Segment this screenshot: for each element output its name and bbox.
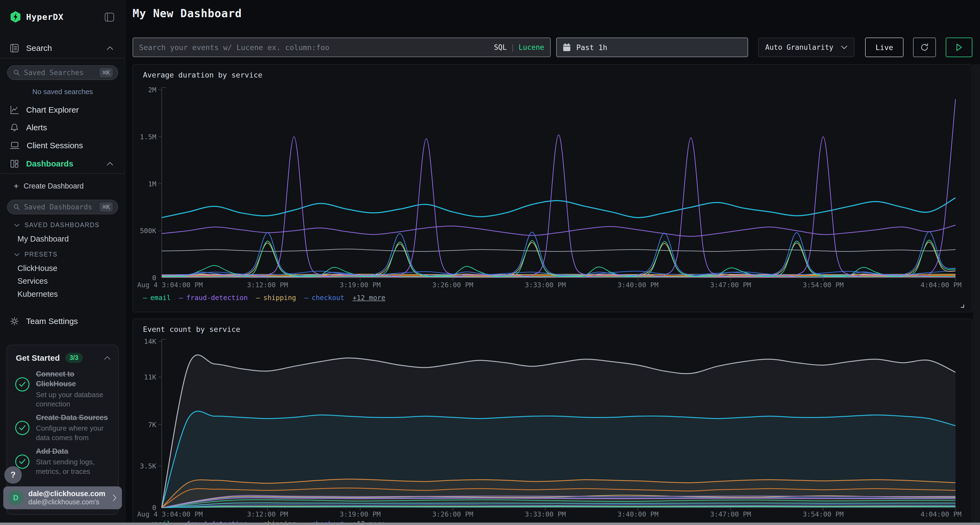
chart-legend: —email—fraud-detection—shipping—checkout… [143, 294, 385, 302]
live-button[interactable]: Live [865, 38, 904, 57]
divider [0, 58, 125, 59]
get-started-title: Get Started [16, 353, 60, 363]
svg-text:3:40:00 PM: 3:40:00 PM [617, 510, 659, 518]
shortcut-badge: ⌘K [100, 68, 113, 77]
sidebar-item-chart-explorer[interactable]: Chart Explorer [0, 101, 125, 119]
saved-dashboards-section-header[interactable]: SAVED DASHBOARDS [14, 221, 100, 229]
legend-item[interactable]: —email [143, 294, 171, 302]
sidebar-item-search[interactable]: Search [0, 40, 125, 57]
legend-item[interactable]: —shipping [256, 294, 296, 302]
legend-more-link[interactable]: +12 more [353, 294, 385, 302]
lucene-mode-toggle[interactable]: Lucene [519, 43, 544, 51]
svg-text:0: 0 [152, 274, 156, 282]
brand: HyperDX [10, 11, 64, 23]
panel-collapse-icon [105, 13, 115, 22]
section-title: PRESETS [24, 251, 57, 258]
get-started-item-title[interactable]: Connect to ClickHouse [36, 369, 99, 389]
brand-name: HyperDX [26, 12, 64, 22]
time-range-value: Past 1h [576, 43, 607, 52]
check-circle-icon [15, 421, 29, 435]
get-started-item: Create Data SourcesConfigure where your … [15, 412, 113, 442]
sidebar-item-alerts[interactable]: Alerts [0, 119, 125, 136]
get-started-item: Add DataStart sending logs, metrics, or … [15, 446, 113, 476]
svg-text:14K: 14K [144, 338, 156, 346]
refresh-icon [920, 43, 929, 52]
svg-text:1M: 1M [148, 180, 156, 188]
sidebar-collapse-button[interactable] [105, 13, 115, 23]
svg-text:3:33:00 PM: 3:33:00 PM [525, 510, 566, 518]
user-org: dale@clickhouse.com's [28, 498, 107, 506]
panel-resize-handle[interactable] [959, 303, 965, 308]
legend-item[interactable]: —fraud-detection [179, 294, 248, 302]
refresh-button[interactable] [913, 38, 936, 57]
saved-searches-input[interactable]: ⌘K [7, 65, 118, 80]
dashboards-icon [10, 159, 19, 168]
saved-dashboards-input[interactable]: ⌘K [7, 200, 118, 214]
average-duration-chart[interactable]: 2M1.5M1M500K0Aug 4 3:04:00 PM3:12:00 PM3… [133, 65, 972, 312]
divider [0, 173, 125, 174]
shortcut-badge: ⌘K [100, 202, 113, 212]
sidebar-item-dashboards[interactable]: Dashboards [0, 155, 125, 173]
page-title: My New Dashboard [132, 7, 242, 20]
create-dashboard-button[interactable]: + Create Dashboard [14, 181, 84, 191]
bell-icon [10, 123, 19, 132]
user-email: dale@clickhouse.com [28, 490, 107, 498]
sql-mode-toggle[interactable]: SQL [494, 43, 507, 51]
event-search-input[interactable] [139, 43, 490, 52]
sidebar-link-services[interactable]: Services [18, 277, 48, 285]
user-account-chip[interactable]: D dale@clickhouse.com dale@clickhouse.co… [3, 486, 122, 509]
sidebar-item-team-settings[interactable]: Team Settings [0, 312, 125, 330]
chevron-down-icon [14, 224, 20, 227]
sidebar-item-label: Chart Explorer [26, 105, 79, 114]
chevron-up-icon [107, 162, 113, 166]
no-saved-searches-text: No saved searches [0, 87, 125, 96]
get-started-item-title[interactable]: Add Data [36, 446, 68, 456]
svg-text:3:26:00 PM: 3:26:00 PM [432, 281, 473, 289]
chevron-up-icon [104, 356, 111, 360]
sidebar-item-label: Search [26, 43, 52, 53]
event-count-chart[interactable]: 14K11K7K3.5K0Aug 4 3:04:00 PM3:12:00 PM3… [133, 319, 972, 525]
saved-dashboards-field[interactable] [24, 203, 96, 211]
presets-section-header[interactable]: PRESETS [14, 251, 57, 258]
legend-dash-icon: — [256, 294, 260, 302]
time-range-picker[interactable]: Past 1h [556, 38, 748, 57]
question-mark-icon: ? [11, 470, 16, 480]
get-started-item-desc: Start sending logs, metrics, or traces [36, 457, 110, 476]
sidebar-link-kubernetes[interactable]: Kubernetes [18, 290, 58, 299]
svg-text:4:04:00 PM: 4:04:00 PM [920, 281, 961, 289]
get-started-item-title[interactable]: Create Data Sources [36, 412, 108, 422]
get-started-header[interactable]: Get Started 3/3 [16, 353, 111, 363]
get-started-item: Connect to ClickHouseSet up your databas… [15, 369, 113, 409]
horizontal-scrollbar[interactable] [0, 523, 980, 525]
chevron-down-icon [14, 253, 20, 256]
get-started-item-desc: Set up your database connection [36, 390, 110, 409]
sidebar-link-clickhouse[interactable]: ClickHouse [18, 264, 57, 273]
legend-dash-icon: — [304, 294, 309, 302]
avatar: D [8, 490, 24, 505]
granularity-select[interactable]: Auto Granularity [758, 38, 854, 57]
live-label: Live [875, 43, 893, 52]
vertical-scrollbar[interactable] [973, 64, 980, 525]
svg-text:3:40:00 PM: 3:40:00 PM [617, 281, 659, 289]
sidebar-item-client-sessions[interactable]: Client Sessions [0, 137, 125, 154]
svg-text:3:54:00 PM: 3:54:00 PM [803, 281, 844, 289]
chevron-down-icon [841, 45, 848, 49]
get-started-item-desc: Configure where your data comes from [36, 423, 110, 442]
chart-explorer-icon [10, 105, 19, 114]
svg-text:11K: 11K [144, 373, 156, 381]
search-icon [13, 203, 20, 211]
svg-text:3:47:00 PM: 3:47:00 PM [710, 510, 751, 518]
event-search-bar[interactable]: SQL | Lucene [132, 38, 551, 57]
run-query-button[interactable] [946, 38, 972, 57]
legend-item[interactable]: —checkout [304, 294, 344, 302]
sidebar-link-my-dashboard[interactable]: My Dashboard [18, 235, 69, 243]
svg-text:3:54:00 PM: 3:54:00 PM [803, 510, 844, 518]
legend-dash-icon: — [143, 294, 147, 302]
saved-searches-field[interactable] [24, 68, 96, 77]
panel-event-count: Event count by service 14K11K7K3.5K0Aug … [132, 319, 972, 525]
svg-text:500K: 500K [140, 227, 156, 235]
svg-text:3:26:00 PM: 3:26:00 PM [432, 510, 473, 518]
svg-text:Aug 4 3:04:00 PM: Aug 4 3:04:00 PM [137, 510, 203, 518]
help-button[interactable]: ? [4, 466, 22, 484]
chevron-right-icon [112, 494, 117, 501]
